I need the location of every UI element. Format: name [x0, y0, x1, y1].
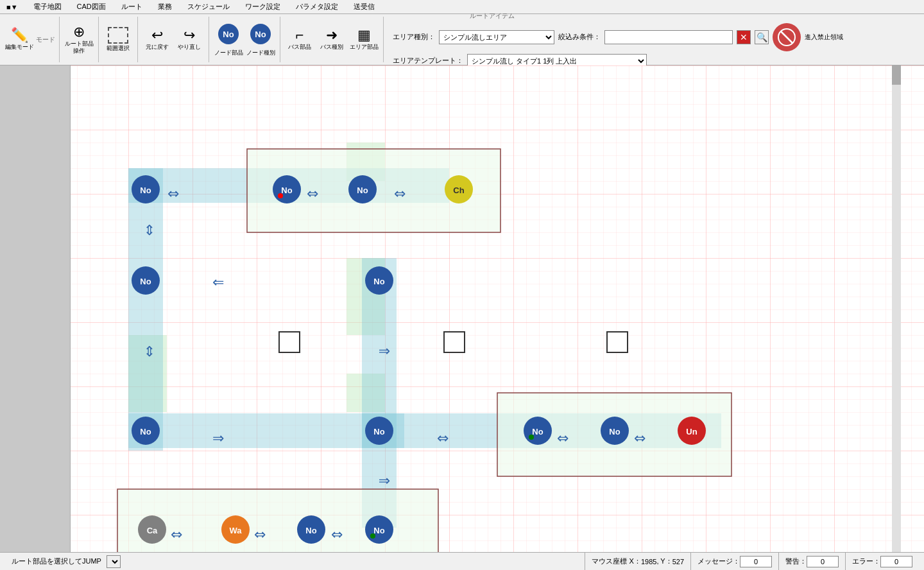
svg-line-5: [781, 31, 792, 43]
bus-type-button[interactable]: ➜ バス種別: [316, 18, 347, 62]
menu-cad-zumen[interactable]: CAD図面: [74, 1, 108, 13]
area-select-icon: [108, 27, 128, 44]
arrow-h4: ⇔: [437, 430, 449, 446]
menu-work-settings[interactable]: ワーク設定: [243, 1, 283, 13]
node-n2-label: No: [281, 186, 292, 195]
node-parts-icon: No: [217, 22, 240, 48]
route-area-left: [128, 168, 163, 451]
filter-input[interactable]: [604, 30, 733, 44]
node-n10-label: No: [609, 427, 620, 436]
message-count: 0: [740, 556, 772, 567]
undo-button[interactable]: ↩ 元に戻す: [142, 18, 173, 62]
node-n12-label: Ca: [147, 526, 158, 535]
node-n15-label: No: [373, 526, 384, 535]
route-parts-icon: ⊕: [73, 25, 85, 39]
mode-section-label: モード: [36, 35, 55, 44]
warning-status: 警告： 0: [779, 553, 846, 570]
arrow-h1: ⇔: [167, 186, 179, 202]
menu-denshi-chizu[interactable]: 電子地図: [31, 1, 64, 13]
redo-button[interactable]: ↪ やり直し: [174, 18, 205, 62]
filter-label: 絞込み条件：: [558, 32, 601, 42]
route-parts-group: ⊕ ルート部品操作: [64, 17, 99, 62]
undo-label: 元に戻す: [146, 44, 169, 51]
arrow-h8: ⇔: [254, 526, 266, 542]
canvas-area[interactable]: ⇔ ⇔ ⇔ ⇔ ⇐ ⇔ ⇑ ⇒ ⇔ ⇔ ⇔ ⇑ ⇔ ⇔ ⇔ No No: [0, 65, 924, 552]
placeholder-box-3: [607, 332, 628, 352]
arrow-v3: ⇑: [376, 345, 392, 357]
arrow-h7: ⇔: [171, 526, 182, 542]
edit-mode-label: 編集モード: [5, 44, 34, 51]
svg-text:No: No: [223, 30, 234, 39]
filter-search-button[interactable]: 🔍: [755, 30, 769, 44]
menu-send-receive[interactable]: 送受信: [351, 1, 377, 13]
svg-text:No: No: [255, 30, 266, 39]
mouse-y-value: 527: [672, 558, 684, 566]
node-n15-dot: [370, 533, 375, 539]
scrollbar-thumb[interactable]: [892, 65, 901, 85]
area-select-label: 範囲選択: [107, 45, 130, 52]
arrow-v2: ⇔: [142, 345, 158, 357]
node-n4-label: Ch: [453, 186, 464, 195]
undo-icon: ↩: [151, 28, 163, 42]
route-area-right: [362, 258, 397, 528]
arrow-h3: ⇔: [394, 186, 406, 202]
node-n3-label: No: [357, 186, 368, 195]
mouse-x-value: 1985: [641, 558, 656, 566]
entry-ban-button[interactable]: [773, 23, 801, 51]
arrow-h5: ⇔: [557, 430, 569, 446]
bus-parts-button[interactable]: ⌐ バス部品: [284, 18, 315, 62]
mouse-y-label: , Y：: [656, 557, 672, 566]
arrow-h2: ⇔: [307, 186, 318, 202]
menu-route[interactable]: ルート: [119, 1, 145, 13]
grid-background: [71, 65, 924, 552]
jump-select[interactable]: [107, 555, 121, 568]
node-n13-label: Wa: [229, 526, 242, 535]
route-box-bottom[interactable]: [117, 489, 438, 552]
area-select-button[interactable]: 範囲選択: [103, 18, 133, 62]
entry-ban-label: 進入禁止領域: [805, 33, 843, 42]
node-n9-label: No: [532, 427, 543, 436]
bus-type-label: バス種別: [320, 44, 343, 51]
node-n1-label: No: [140, 186, 151, 195]
menu-schedule[interactable]: スケジュール: [185, 1, 232, 13]
warning-label: 警告：: [785, 557, 807, 566]
route-parts-button[interactable]: ⊕ ルート部品操作: [64, 18, 94, 62]
status-bar: ルート部品を選択してJUMP マウス座標 X： 1985 , Y： 527 メッ…: [0, 552, 924, 570]
area-select-group: 範囲選択: [103, 17, 138, 62]
bus-parts-label: バス部品: [288, 44, 311, 51]
jump-status: ルート部品を選択してJUMP: [5, 553, 585, 570]
menu-gyomu[interactable]: 業務: [155, 1, 175, 13]
area-type-select[interactable]: シンプル流しエリア: [439, 30, 554, 44]
redo-label: やり直し: [178, 44, 201, 51]
toolbar: ✏️ 編集モード モード ⊕ ルート部品操作 範囲選択 ↩ 元に戻す ↪ やり直…: [0, 14, 924, 65]
edit-mode-button[interactable]: ✏️ 編集モード: [4, 18, 35, 62]
node-type-button[interactable]: No ノード種別: [245, 18, 276, 62]
area-parts-icon: ▦: [357, 28, 371, 42]
error-status: エラー： 0: [846, 553, 919, 570]
route-item-section-label: ルートアイテム: [393, 12, 920, 21]
arrow-right: ⇒: [212, 430, 224, 446]
mode-group: ✏️ 編集モード モード: [4, 17, 60, 62]
route-svg: ⇔ ⇔ ⇔ ⇔ ⇐ ⇔ ⇑ ⇒ ⇔ ⇔ ⇔ ⇑ ⇔ ⇔ ⇔ No No: [0, 65, 924, 552]
node-parts-button[interactable]: No ノード部品: [213, 18, 244, 62]
arrow-h6: ⇔: [634, 430, 646, 446]
error-count: 0: [880, 556, 912, 567]
route-parts-label: ルート部品操作: [64, 40, 94, 55]
placeholder-box-1: [279, 332, 300, 352]
node-n6-label: No: [373, 277, 384, 286]
node-parts-label: ノード部品: [214, 49, 243, 56]
message-label: メッセージ：: [697, 557, 740, 566]
area-parts-button[interactable]: ▦ エリア部品: [348, 18, 379, 62]
node-n9-dot: [529, 435, 534, 440]
area-type-row: エリア種別： シンプル流しエリア 絞込み条件： ✕ 🔍 進入禁止領域: [393, 23, 920, 51]
node-type-icon: No: [249, 22, 272, 48]
node-group: No ノード部品 No ノード種別: [213, 17, 280, 62]
menu-param-settings[interactable]: パラメタ設定: [293, 1, 341, 13]
mouse-coords-status: マウス座標 X： 1985 , Y： 527: [585, 553, 691, 570]
bus-group: ⌐ バス部品 ➜ バス種別 ▦ エリア部品: [284, 17, 384, 62]
redo-icon: ↪: [184, 28, 195, 42]
placeholder-box-2: [444, 332, 465, 352]
menu-icon[interactable]: ■▼: [4, 2, 21, 12]
filter-clear-button[interactable]: ✕: [737, 30, 751, 44]
arrow-v1: ⇔: [142, 224, 158, 236]
